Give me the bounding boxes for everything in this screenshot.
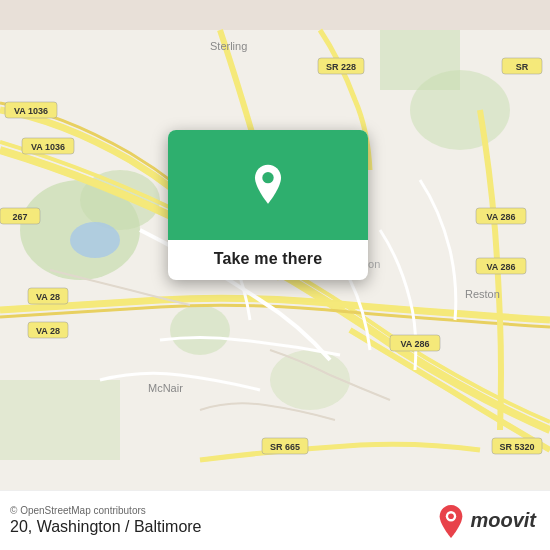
svg-text:Sterling: Sterling	[210, 40, 247, 52]
svg-point-4	[410, 70, 510, 150]
svg-text:SR 5320: SR 5320	[499, 442, 534, 452]
popup-label-section[interactable]: Take me there	[168, 240, 368, 280]
svg-text:VA 286: VA 286	[400, 339, 429, 349]
moovit-brand-name: moovit	[470, 509, 536, 532]
bottom-left-info: © OpenStreetMap contributors 20, Washing…	[10, 505, 202, 536]
take-me-there-button[interactable]: Take me there	[214, 250, 323, 267]
osm-credit: © OpenStreetMap contributors	[10, 505, 202, 516]
moovit-logo: moovit	[437, 504, 536, 538]
svg-text:VA 286: VA 286	[486, 212, 515, 222]
location-label: 20, Washington / Baltimore	[10, 518, 202, 536]
svg-text:VA 1036: VA 1036	[14, 106, 48, 116]
svg-text:SR: SR	[516, 62, 529, 72]
svg-point-7	[270, 350, 350, 410]
location-pin-icon	[246, 163, 290, 207]
map-container: VA 1036 VA 1036 SR 228 SR 267 VA 28 VA 2…	[0, 0, 550, 550]
svg-point-39	[449, 513, 455, 519]
svg-text:VA 286: VA 286	[486, 262, 515, 272]
svg-text:McNair: McNair	[148, 382, 183, 394]
moovit-pin-icon	[437, 504, 465, 538]
popup-card: Take me there	[168, 130, 368, 280]
svg-text:267: 267	[12, 212, 27, 222]
svg-text:VA 28: VA 28	[36, 292, 60, 302]
bottom-bar: © OpenStreetMap contributors 20, Washing…	[0, 490, 550, 550]
svg-point-5	[170, 305, 230, 355]
svg-point-37	[262, 172, 273, 183]
svg-text:SR 665: SR 665	[270, 442, 300, 452]
svg-rect-6	[0, 380, 120, 460]
svg-text:SR 228: SR 228	[326, 62, 356, 72]
svg-point-8	[70, 222, 120, 258]
svg-text:Reston: Reston	[465, 288, 500, 300]
svg-text:VA 1036: VA 1036	[31, 142, 65, 152]
popup-green-area	[168, 130, 368, 240]
svg-text:VA 28: VA 28	[36, 326, 60, 336]
